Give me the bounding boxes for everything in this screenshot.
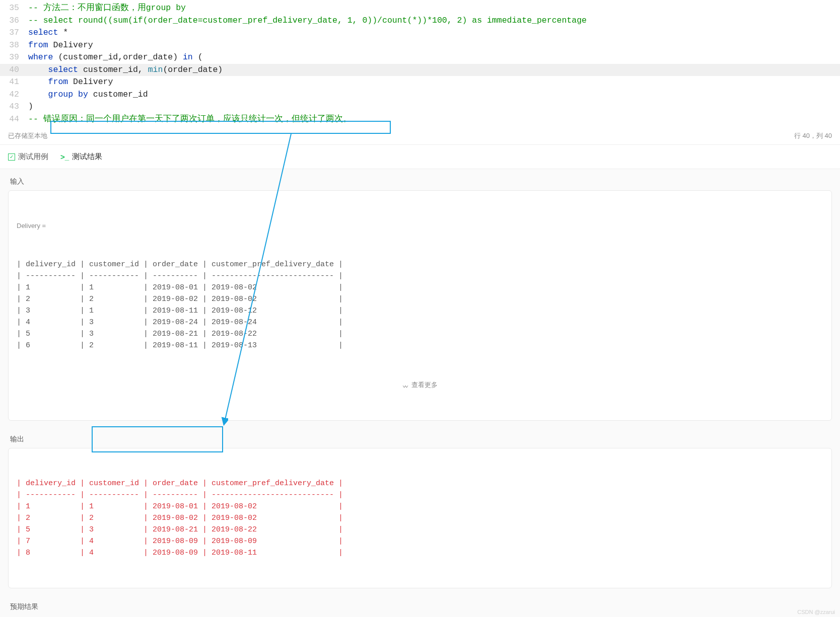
results-panel: ✓ 测试用例 >_ 测试结果 输入 Delivery = | delivery_… xyxy=(0,145,840,617)
code-content: select customer_id, min(order_date) xyxy=(28,64,840,76)
line-number: 44 xyxy=(0,113,28,126)
input-table-text: | delivery_id | customer_id | order_date… xyxy=(17,259,823,351)
code-line[interactable]: 41 from Delivery xyxy=(0,76,840,89)
check-icon: ✓ xyxy=(8,153,15,161)
code-line[interactable]: 36-- select round((sum(if(order_date=cus… xyxy=(0,15,840,27)
code-content: -- 方法二：不用窗口函数，用group by xyxy=(28,2,840,15)
code-line[interactable]: 38from Delivery xyxy=(0,39,840,52)
code-line[interactable]: 39where (customer_id,order_date) in ( xyxy=(0,51,840,64)
code-line[interactable]: 40 select customer_id, min(order_date) xyxy=(0,64,840,76)
code-content: group by customer_id xyxy=(28,89,840,101)
line-number: 38 xyxy=(0,39,28,52)
line-number: 40 xyxy=(0,64,28,76)
line-number: 43 xyxy=(0,101,28,113)
code-editor[interactable]: 35-- 方法二：不用窗口函数，用group by36-- select rou… xyxy=(0,0,840,127)
code-line[interactable]: 43) xyxy=(0,101,840,113)
output-table-text: | delivery_id | customer_id | order_date… xyxy=(17,478,823,559)
annotation-box-output-rows xyxy=(92,426,223,452)
input-table-name: Delivery = xyxy=(17,220,823,232)
code-content: from Delivery xyxy=(28,39,840,52)
input-data-block[interactable]: Delivery = | delivery_id | customer_id |… xyxy=(8,190,832,421)
code-line[interactable]: 42 group by customer_id xyxy=(0,89,840,101)
tab-testcase-label: 测试用例 xyxy=(18,152,48,162)
code-line[interactable]: 35-- 方法二：不用窗口函数，用group by xyxy=(0,2,840,15)
result-tabs: ✓ 测试用例 >_ 测试结果 xyxy=(0,145,840,169)
line-number: 35 xyxy=(0,2,28,15)
tab-testresult[interactable]: >_ 测试结果 xyxy=(60,152,102,162)
see-more-link[interactable]: 查看更多 xyxy=(17,374,823,391)
line-number: 42 xyxy=(0,89,28,101)
output-data-block[interactable]: | delivery_id | customer_id | order_date… xyxy=(8,448,832,588)
tab-testcase[interactable]: ✓ 测试用例 xyxy=(8,152,48,162)
annotation-box-comment xyxy=(50,121,391,134)
tab-testresult-label: 测试结果 xyxy=(72,152,102,162)
watermark: CSDN @zzarui xyxy=(797,609,835,615)
code-content: select * xyxy=(28,27,840,39)
terminal-icon: >_ xyxy=(60,152,69,161)
line-number: 41 xyxy=(0,76,28,89)
code-content: ) xyxy=(28,101,840,113)
code-line[interactable]: 37select * xyxy=(0,27,840,39)
code-content: -- select round((sum(if(order_date=custo… xyxy=(28,15,840,27)
line-number: 36 xyxy=(0,15,28,27)
line-number: 39 xyxy=(0,51,28,64)
cursor-position: 行 40，列 40 xyxy=(794,131,832,140)
input-section-label: 输入 xyxy=(0,169,840,190)
code-content: from Delivery xyxy=(28,76,840,89)
expected-section-label: 预期结果 xyxy=(0,594,840,615)
line-number: 37 xyxy=(0,27,28,39)
save-status: 已存储至本地 xyxy=(8,131,47,140)
code-content: where (customer_id,order_date) in ( xyxy=(28,51,840,64)
